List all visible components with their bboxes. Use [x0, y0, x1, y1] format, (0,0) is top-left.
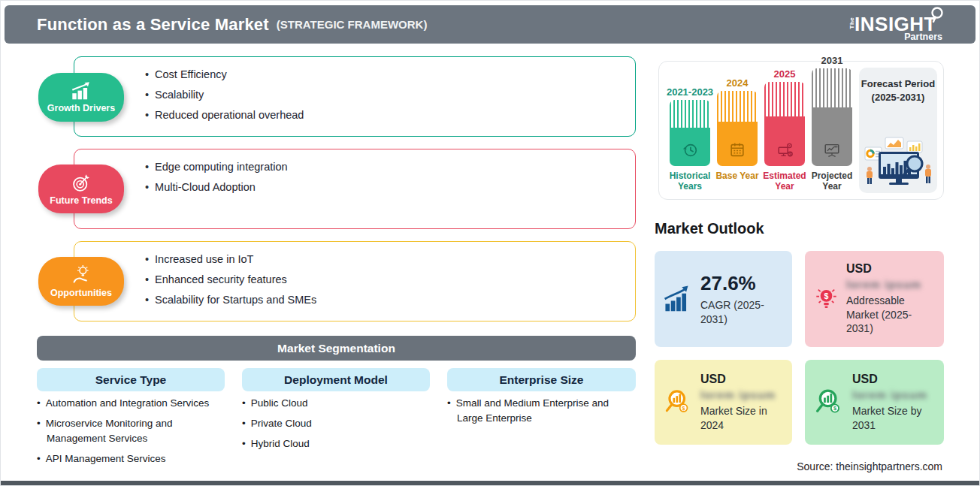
header-bar: Function as a Service Market (STRATEGIC … — [5, 5, 975, 44]
magnifier-chart-icon: $ — [664, 386, 693, 419]
cagr-growth-icon — [664, 282, 693, 315]
forecast-period-panel: Forecast Period (2025-2031) — [859, 68, 937, 193]
segmentation-title-bar: Market Segmentation — [37, 336, 636, 361]
dollar-bulb-icon: $ — [814, 282, 839, 315]
logo-the-text: The — [849, 23, 855, 29]
year-label: 2031 — [821, 55, 843, 66]
forecast-period-range: (2025-2031) — [859, 91, 937, 104]
source-attribution: Source: theinsightpartners.com — [797, 460, 942, 472]
year-label: 2025 — [774, 68, 796, 80]
page-title: Function as a Service Market — [37, 15, 269, 35]
list-item: Multi-Cloud Adoption — [145, 181, 635, 193]
bottom-accent-bar — [1, 481, 979, 485]
bar-caption: Estimated Year — [760, 171, 809, 193]
insight-partners-logo: The INSIGHT Partners — [848, 7, 944, 42]
addressable-market-card: $ USD lorem ipsum Addressable Market (20… — [805, 251, 944, 347]
magnifier-icon — [929, 7, 944, 25]
infographic-page: Function as a Service Market (STRATEGIC … — [0, 0, 980, 486]
svg-text:$: $ — [789, 152, 791, 156]
timeline-bar-estimated: 2025 $ Estimated Year — [764, 68, 805, 193]
list-item: Private Cloud — [242, 416, 422, 431]
currency-label: USD — [846, 262, 935, 276]
service-type-list: Automation and Integration Services Micr… — [37, 396, 234, 472]
size-2024-caption: Market Size in 2024 — [700, 404, 783, 433]
pill-label: Future Trends — [50, 195, 112, 206]
bar-caption: Projected Year — [807, 171, 857, 193]
redacted-value: lorem ipsum — [852, 388, 935, 401]
cagr-value: 27.6% — [700, 272, 783, 295]
list-item: Edge computing integration — [145, 161, 635, 173]
list-item: Increased use in IoT — [145, 253, 635, 265]
year-label: 2021-2023 — [667, 86, 713, 98]
page-subtitle: (STRATEGIC FRAMEWORK) — [277, 18, 428, 31]
list-item: Enhanced security features — [145, 273, 635, 285]
future-trends-list: Edge computing integration Multi-Cloud A… — [74, 149, 635, 193]
timeline-bar-historical: 2021-2023 Historical Years — [670, 86, 710, 193]
svg-text:$: $ — [824, 291, 829, 300]
future-trends-pill: Future Trends — [38, 165, 124, 213]
addressable-caption: Addressable Market (2025-2031) — [846, 294, 935, 337]
deployment-model-list: Public Cloud Private Cloud Hybrid Cloud — [242, 396, 422, 457]
calendar-icon — [728, 141, 746, 159]
enterprise-size-list: Small and Medium Enterprise and Large En… — [447, 396, 628, 431]
list-item: Microservice Monitoring and Management S… — [37, 416, 234, 446]
market-size-2024-card: $ USD lorem ipsum Market Size in 2024 — [655, 360, 792, 445]
opportunities-list: Increased use in IoT Enhanced security f… — [74, 242, 635, 306]
list-item: Cost Efficiency — [145, 68, 635, 80]
future-trends-box: Edge computing integration Multi-Cloud A… — [74, 149, 636, 229]
list-item: Scalability — [145, 89, 635, 101]
computer-gear-icon: $ — [776, 141, 794, 159]
list-item: Small and Medium Enterprise and Large En… — [447, 396, 628, 426]
pill-label: Growth Drivers — [47, 103, 115, 113]
target-dart-icon — [71, 172, 92, 194]
history-clock-icon — [681, 141, 699, 159]
list-item: Scalability for Startups and SMEs — [145, 294, 635, 306]
growth-drivers-box: Cost Efficiency Scalability Reduced oper… — [74, 56, 636, 137]
opportunities-pill: Opportunities — [38, 257, 124, 306]
svg-text:$: $ — [682, 405, 685, 411]
currency-label: USD — [700, 373, 783, 386]
cagr-card: 27.6% CAGR (2025-2031) — [655, 251, 792, 347]
forecast-period-label: Forecast Period — [859, 77, 937, 91]
timeline-bar-projected: 2031 Projected Year — [812, 55, 852, 193]
growth-chart-icon — [68, 81, 94, 101]
segmentation-title: Market Segmentation — [277, 342, 395, 355]
chip-label: Deployment Model — [284, 373, 388, 387]
redacted-value: lorem ipsum — [846, 278, 935, 291]
projection-screen-icon — [823, 141, 841, 159]
bar-caption: Historical Years — [665, 171, 715, 193]
timeline-bar-base: 2024 Base Year — [717, 77, 758, 193]
forecast-timeline-card: 2021-2023 Historical Years 2024 — [658, 61, 944, 200]
pill-label: Opportunities — [50, 288, 112, 298]
logo-insight-text: INSIGHT — [854, 14, 936, 34]
list-item: Hybrid Cloud — [242, 436, 422, 451]
currency-label: USD — [852, 373, 935, 386]
bulb-hand-icon — [71, 264, 92, 286]
growth-drivers-list: Cost Efficiency Scalability Reduced oper… — [74, 57, 635, 121]
size-2031-caption: Market Size by 2031 — [852, 404, 935, 433]
segment-header-enterprise-size: Enterprise Size — [447, 368, 636, 391]
chip-label: Service Type — [95, 373, 167, 387]
bar-caption: Base Year — [712, 171, 762, 193]
timeline-bars: 2021-2023 Historical Years 2024 — [659, 62, 856, 199]
analytics-illustration — [861, 134, 936, 189]
list-item: Public Cloud — [242, 396, 422, 411]
cagr-caption: CAGR (2025-2031) — [700, 298, 783, 327]
growth-drivers-pill: Growth Drivers — [38, 73, 124, 122]
segment-header-service-type: Service Type — [37, 368, 225, 391]
opportunities-box: Increased use in IoT Enhanced security f… — [74, 241, 636, 321]
market-size-2031-card: $ USD lorem ipsum Market Size by 2031 — [805, 360, 944, 445]
magnifier-chart-icon: $ — [814, 386, 845, 419]
list-item: API Management Services — [37, 451, 234, 466]
market-outlook-title: Market Outlook — [655, 220, 764, 237]
redacted-value: lorem ipsum — [700, 388, 783, 401]
year-label: 2024 — [727, 77, 749, 89]
chip-label: Enterprise Size — [500, 373, 584, 387]
list-item: Reduced operational overhead — [145, 109, 635, 121]
segment-header-deployment-model: Deployment Model — [242, 368, 430, 391]
list-item: Automation and Integration Services — [37, 396, 234, 411]
